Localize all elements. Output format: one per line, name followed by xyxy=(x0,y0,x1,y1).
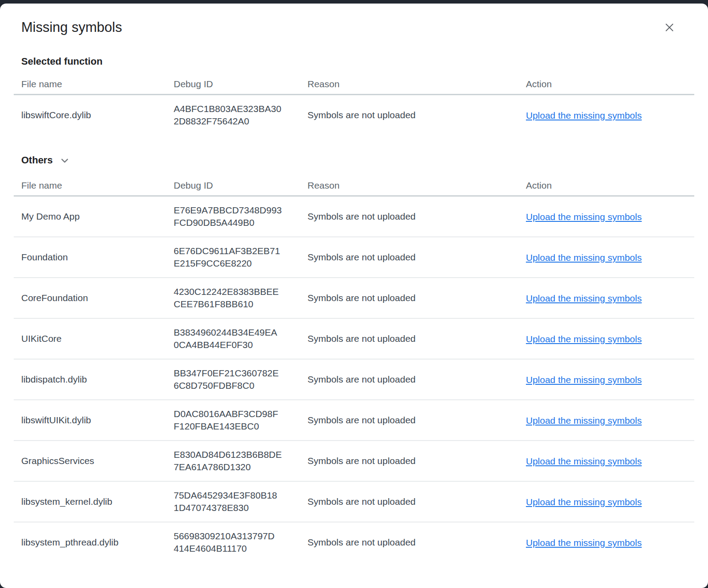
debug-id-line: E215F9CC6E8220 xyxy=(174,257,307,270)
upload-missing-symbols-link[interactable]: Upload the missing symbols xyxy=(526,334,642,344)
column-header-reason: Reason xyxy=(307,79,526,89)
file-name-cell: UIKitCore xyxy=(14,333,174,344)
debug-id-line: F120FBAE143EBC0 xyxy=(174,420,307,433)
debug-id-cell: A4BFC1B803AE323BA30 2D8832F75642A0 xyxy=(174,103,307,128)
others-table: File name Debug ID Reason Action My Demo… xyxy=(14,166,694,562)
debug-id-line: D0AC8016AABF3CD98F xyxy=(174,408,307,420)
file-name-cell: libsystem_pthread.dylib xyxy=(14,537,174,548)
table-row: CoreFoundation 4230C12242E8383BBEE CEE7B… xyxy=(14,278,694,319)
close-icon xyxy=(664,22,675,33)
debug-id-line: A4BFC1B803AE323BA30 xyxy=(174,103,307,115)
reason-cell: Symbols are not uploaded xyxy=(307,252,526,263)
reason-cell: Symbols are not uploaded xyxy=(307,456,526,466)
action-cell: Upload the missing symbols xyxy=(526,110,694,121)
debug-id-cell: 75DA6452934E3F80B18 1D47074378E830 xyxy=(174,489,307,514)
debug-id-cell: E76E9A7BBCD7348D993 FCD90DB5A449B0 xyxy=(174,204,307,229)
file-name-cell: GraphicsServices xyxy=(14,456,174,466)
debug-id-cell: 56698309210A313797D 414E4604B11170 xyxy=(174,530,307,555)
table-row: libsystem_kernel.dylib 75DA6452934E3F80B… xyxy=(14,482,694,522)
debug-id-line: B3834960244B34E49EA xyxy=(174,326,307,339)
debug-id-cell: B3834960244B34E49EA 0CA4BB44EF0F30 xyxy=(174,326,307,351)
table-row: GraphicsServices E830AD84D6123B6B8DE 7EA… xyxy=(14,441,694,482)
debug-id-line: 1D47074378E830 xyxy=(174,502,307,514)
debug-id-cell: BB347F0EF21C360782E 6C8D750FDBF8C0 xyxy=(174,367,307,392)
debug-id-cell: 6E76DC9611AF3B2EB71 E215F9CC6E8220 xyxy=(174,245,307,270)
reason-cell: Symbols are not uploaded xyxy=(307,110,526,120)
reason-cell: Symbols are not uploaded xyxy=(307,415,526,426)
upload-missing-symbols-link[interactable]: Upload the missing symbols xyxy=(526,538,642,548)
debug-id-line: 56698309210A313797D xyxy=(174,530,307,542)
reason-cell: Symbols are not uploaded xyxy=(307,496,526,507)
file-name-cell: Foundation xyxy=(14,252,174,263)
file-name-cell: libdispatch.dylib xyxy=(14,374,174,385)
others-collapse-toggle[interactable] xyxy=(55,155,70,166)
action-cell: Upload the missing symbols xyxy=(526,537,694,548)
debug-id-cell: 4230C12242E8383BBEE CEE7B61F8BB610 xyxy=(174,286,307,310)
debug-id-line: 414E4604B11170 xyxy=(174,542,307,555)
table-row: libswiftUIKit.dylib D0AC8016AABF3CD98F F… xyxy=(14,400,694,441)
file-name-cell: CoreFoundation xyxy=(14,293,174,303)
debug-id-line: E76E9A7BBCD7348D993 xyxy=(174,204,307,217)
debug-id-cell: E830AD84D6123B6B8DE 7EA61A786D1320 xyxy=(174,449,307,473)
column-header-debug-id: Debug ID xyxy=(174,180,307,191)
file-name-cell: libsystem_kernel.dylib xyxy=(14,496,174,507)
table-row: libdispatch.dylib BB347F0EF21C360782E 6C… xyxy=(14,360,694,400)
dialog-header: Missing symbols xyxy=(21,4,687,36)
reason-cell: Symbols are not uploaded xyxy=(307,374,526,385)
debug-id-line: FCD90DB5A449B0 xyxy=(174,217,307,229)
column-header-debug-id: Debug ID xyxy=(174,79,307,89)
upload-missing-symbols-link[interactable]: Upload the missing symbols xyxy=(526,252,642,263)
file-name-cell: libswiftUIKit.dylib xyxy=(14,415,174,426)
upload-missing-symbols-link[interactable]: Upload the missing symbols xyxy=(526,293,642,303)
debug-id-line: 6C8D750FDBF8C0 xyxy=(174,379,307,392)
debug-id-line: BB347F0EF21C360782E xyxy=(174,367,307,379)
action-cell: Upload the missing symbols xyxy=(526,456,694,467)
column-header-action: Action xyxy=(526,180,694,191)
file-name-cell: libswiftCore.dylib xyxy=(14,110,174,120)
close-button[interactable] xyxy=(663,21,676,34)
upload-missing-symbols-link[interactable]: Upload the missing symbols xyxy=(526,212,642,222)
action-cell: Upload the missing symbols xyxy=(526,293,694,304)
action-cell: Upload the missing symbols xyxy=(526,415,694,426)
page-title: Missing symbols xyxy=(21,19,687,36)
debug-id-line: 2D8832F75642A0 xyxy=(174,115,307,128)
debug-id-line: 7EA61A786D1320 xyxy=(174,461,307,473)
action-cell: Upload the missing symbols xyxy=(526,333,694,344)
debug-id-line: 6E76DC9611AF3B2EB71 xyxy=(174,245,307,257)
action-cell: Upload the missing symbols xyxy=(526,496,694,507)
debug-id-line: 4230C12242E8383BBEE xyxy=(174,286,307,298)
action-cell: Upload the missing symbols xyxy=(526,374,694,385)
missing-symbols-dialog: Missing symbols Selected function File n… xyxy=(0,4,708,588)
action-cell: Upload the missing symbols xyxy=(526,252,694,263)
debug-id-line: 75DA6452934E3F80B18 xyxy=(174,489,307,502)
column-header-file-name: File name xyxy=(14,180,174,191)
debug-id-line: E830AD84D6123B6B8DE xyxy=(174,449,307,461)
table-header-row: File name Debug ID Reason Action xyxy=(14,67,694,95)
section-heading-selected-function: Selected function xyxy=(21,56,687,67)
chevron-down-icon xyxy=(59,155,70,166)
upload-missing-symbols-link[interactable]: Upload the missing symbols xyxy=(526,497,642,507)
table-row: Foundation 6E76DC9611AF3B2EB71 E215F9CC6… xyxy=(14,237,694,278)
column-header-file-name: File name xyxy=(14,79,174,89)
upload-missing-symbols-link[interactable]: Upload the missing symbols xyxy=(526,375,642,385)
table-row: My Demo App E76E9A7BBCD7348D993 FCD90DB5… xyxy=(14,197,694,237)
column-header-reason: Reason xyxy=(307,180,526,191)
upload-missing-symbols-link[interactable]: Upload the missing symbols xyxy=(526,415,642,426)
file-name-cell: My Demo App xyxy=(14,211,174,222)
section-heading-label: Others xyxy=(21,155,53,166)
table-row: UIKitCore B3834960244B34E49EA 0CA4BB44EF… xyxy=(14,319,694,360)
action-cell: Upload the missing symbols xyxy=(526,211,694,222)
table-row: libswiftCore.dylib A4BFC1B803AE323BA30 2… xyxy=(14,95,694,135)
debug-id-line: CEE7B61F8BB610 xyxy=(174,298,307,310)
selected-function-table: File name Debug ID Reason Action libswif… xyxy=(14,67,694,135)
column-header-action: Action xyxy=(526,79,694,89)
section-heading-others: Others xyxy=(21,155,687,166)
section-heading-label: Selected function xyxy=(21,56,102,67)
upload-missing-symbols-link[interactable]: Upload the missing symbols xyxy=(526,456,642,466)
debug-id-line: 0CA4BB44EF0F30 xyxy=(174,339,307,351)
reason-cell: Symbols are not uploaded xyxy=(307,211,526,222)
reason-cell: Symbols are not uploaded xyxy=(307,293,526,303)
upload-missing-symbols-link[interactable]: Upload the missing symbols xyxy=(526,110,642,120)
reason-cell: Symbols are not uploaded xyxy=(307,333,526,344)
reason-cell: Symbols are not uploaded xyxy=(307,537,526,548)
